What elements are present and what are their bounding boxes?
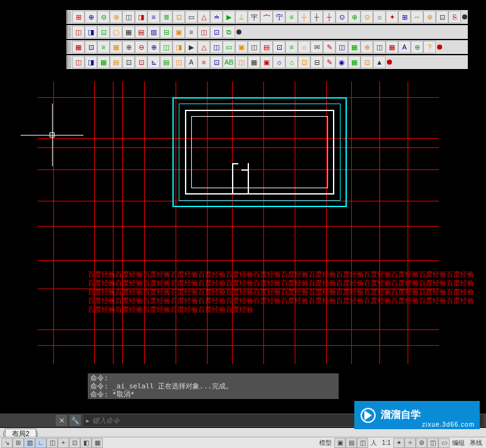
toolbar-button[interactable]: △: [198, 11, 210, 23]
toolbar-button[interactable]: ⊡: [172, 11, 185, 23]
toolbar-button[interactable]: ▭: [223, 41, 235, 53]
toolbar-button[interactable]: ▶: [185, 41, 198, 53]
toolbar-button[interactable]: ▲: [373, 56, 386, 68]
gear-icon[interactable]: ⚙: [416, 438, 427, 448]
toolbar-button[interactable]: ≡: [285, 41, 298, 53]
toolbar-button[interactable]: 宁: [273, 11, 285, 23]
status-toggle-4[interactable]: ∟: [35, 438, 46, 448]
toolbar-button[interactable]: ⊕: [147, 41, 160, 53]
status-toggle-9[interactable]: ▦: [92, 438, 103, 448]
toolbar-button[interactable]: ≡: [198, 56, 210, 68]
toolbar-button[interactable]: ▶: [223, 11, 235, 23]
toolbar-button[interactable]: ⊗: [110, 11, 122, 23]
toolbar-button[interactable]: ⊖: [135, 41, 147, 53]
toolbar-button[interactable]: ⊡: [97, 26, 110, 38]
toolbar-button[interactable]: ⊡: [135, 56, 147, 68]
toolbar-button[interactable]: ⊙: [361, 11, 373, 23]
toolbar-button[interactable]: ▦: [72, 41, 85, 53]
toolbar-button[interactable]: ↔: [411, 11, 423, 23]
toolbar-button[interactable]: A: [398, 41, 411, 53]
toolbar-button[interactable]: ▦: [97, 56, 110, 68]
toolbar-button[interactable]: ◨: [172, 41, 185, 53]
toolbar-button[interactable]: ▤: [160, 56, 172, 68]
toolbar-button[interactable]: ▦: [122, 26, 135, 38]
status-tool-c[interactable]: ◫: [427, 438, 438, 448]
command-tool-icon[interactable]: 🔧: [70, 415, 81, 426]
toolbar-button[interactable]: ┼: [298, 11, 310, 23]
toolbar-button[interactable]: ⌂: [285, 56, 298, 68]
toolbar-button[interactable]: ⊥: [235, 11, 248, 23]
toolbar-button[interactable]: ◫: [72, 56, 85, 68]
status-tool-d[interactable]: ▭: [438, 438, 450, 448]
status-toggle-8[interactable]: ◧: [80, 438, 92, 448]
toolbar-close-icon[interactable]: [462, 14, 467, 19]
status-toggle-3[interactable]: ▨: [24, 438, 35, 448]
toolbar-button[interactable]: ⊡: [273, 41, 285, 53]
status-editgroup[interactable]: 编组: [450, 439, 467, 447]
toolbar-button[interactable]: ✎: [323, 56, 335, 68]
toolbar-button[interactable]: 宇: [248, 11, 260, 23]
toolbar-button[interactable]: ▭: [185, 11, 198, 23]
toolbar-button[interactable]: ⊡: [122, 56, 135, 68]
toolbar-button[interactable]: ▥: [147, 26, 160, 38]
toolbar-button[interactable]: AB: [223, 56, 235, 68]
toolbar-button[interactable]: ▣: [260, 56, 273, 68]
toolbar-button[interactable]: ≡: [185, 26, 198, 38]
toolbar-button[interactable]: ⊾: [147, 56, 160, 68]
toolbar-close-icon[interactable]: [437, 45, 442, 50]
toolbar-button[interactable]: ≡: [97, 41, 110, 53]
toolbar-grip[interactable]: [67, 26, 71, 38]
status-toggle-7[interactable]: ⊡: [69, 438, 80, 448]
toolbar-button[interactable]: ⊡: [210, 56, 223, 68]
toolbar-button[interactable]: ✉: [310, 41, 323, 53]
toolbar-button[interactable]: ⊕: [361, 41, 373, 53]
status-view-icon[interactable]: ◫: [357, 438, 368, 448]
toolbar-button[interactable]: ◫: [72, 26, 85, 38]
toolbar-button[interactable]: ▢: [110, 26, 122, 38]
toolbar-button[interactable]: ≣: [160, 11, 172, 23]
toolbar-button[interactable]: ◨: [135, 11, 147, 23]
toolbar-button[interactable]: ◨: [85, 56, 97, 68]
toolbar-button[interactable]: ▦: [348, 41, 361, 53]
status-toggle-1[interactable]: ↘: [1, 438, 13, 448]
toolbar-button[interactable]: ☼: [298, 41, 310, 53]
command-close-icon[interactable]: ✕: [56, 415, 67, 426]
status-toggle-2[interactable]: ⊞: [13, 438, 24, 448]
toolbar-button[interactable]: ◫: [160, 41, 172, 53]
toolbar-close-icon[interactable]: [236, 29, 241, 35]
toolbar-button[interactable]: ▤: [260, 41, 273, 53]
toolbar-button[interactable]: ⊙: [335, 11, 348, 23]
toolbar-button[interactable]: 宀: [260, 11, 273, 23]
toolbar-button[interactable]: △: [198, 41, 210, 53]
toolbar-button[interactable]: ◫: [373, 41, 386, 53]
toolbar-button[interactable]: ≡: [147, 11, 160, 23]
toolbar-button[interactable]: ▦: [386, 41, 398, 53]
toolbar-button[interactable]: ▦: [248, 56, 260, 68]
status-toggle-5[interactable]: ◫: [46, 438, 58, 448]
toolbar-button[interactable]: ⊡: [210, 26, 223, 38]
toolbar-button[interactable]: ⊞: [72, 11, 85, 23]
toolbar-button[interactable]: ⊕: [85, 11, 97, 23]
toolbar-button[interactable]: ⊕: [411, 41, 423, 53]
status-layout-icon[interactable]: ▤: [346, 438, 357, 448]
toolbar-button[interactable]: ▣: [172, 26, 185, 38]
toolbar-grip[interactable]: [67, 11, 71, 23]
status-toggle-6[interactable]: +: [58, 438, 69, 448]
toolbar-button[interactable]: ✦: [386, 11, 398, 23]
toolbar-button[interactable]: ▤: [135, 26, 147, 38]
toolbar-button[interactable]: ◉: [335, 56, 348, 68]
toolbar-button[interactable]: ▦: [110, 41, 122, 53]
toolbar-button[interactable]: ⎘: [448, 11, 461, 23]
toolbar-button[interactable]: ⊡: [298, 56, 310, 68]
toolbar-button[interactable]: ◫: [210, 41, 223, 53]
toolbar-button[interactable]: ⊡: [85, 41, 97, 53]
toolbar-button[interactable]: ◫: [122, 11, 135, 23]
toolbar-button[interactable]: ⊡: [361, 56, 373, 68]
toolbar-button[interactable]: ◫: [248, 41, 260, 53]
status-scale[interactable]: 1:1: [379, 439, 393, 446]
toolbar-button[interactable]: ⊟: [310, 56, 323, 68]
toolbar-button[interactable]: ✎: [323, 41, 335, 53]
toolbar-button[interactable]: ⊖: [97, 11, 110, 23]
toolbar-button[interactable]: ┼: [310, 11, 323, 23]
toolbar-button[interactable]: ◨: [85, 26, 97, 38]
